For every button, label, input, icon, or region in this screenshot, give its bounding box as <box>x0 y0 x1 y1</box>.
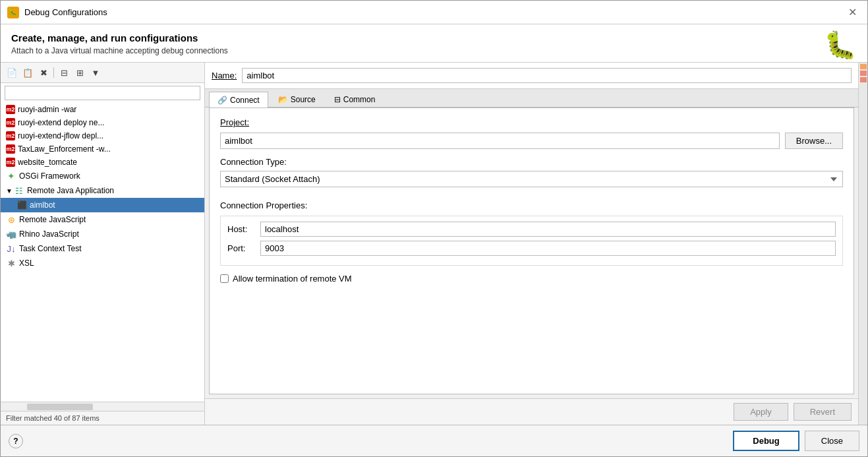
close-button[interactable]: Close <box>805 431 859 451</box>
allow-termination-label: Allow termination of remote VM <box>233 274 352 284</box>
name-row: Name: <box>205 63 858 89</box>
tab-connect[interactable]: 🔗 Connect <box>209 92 268 107</box>
task-icon: J↓ <box>6 243 16 254</box>
list-item[interactable]: m2 ruoyi-extend-jflow depl... <box>1 129 204 142</box>
header-title: Create, manage, and run configurations <box>11 32 857 44</box>
title-bar: 🐛 Debug Configurations ✕ <box>1 1 867 24</box>
tab-common-label: Common <box>343 95 376 104</box>
common-tab-icon: ⊟ <box>334 95 341 104</box>
title-bar-left: 🐛 Debug Configurations <box>7 7 107 18</box>
search-input[interactable] <box>5 86 200 100</box>
port-input[interactable] <box>260 241 836 256</box>
dialog-footer: ? Debug Close <box>1 425 867 456</box>
connection-type-section: Connection Type: Standard (Socket Attach… <box>220 157 843 195</box>
tabs-bar: 🔗 Connect 📂 Source ⊟ Common <box>205 89 858 107</box>
remote-javascript-item[interactable]: ⊛ Remote JavaScript <box>1 212 204 227</box>
header-section: Create, manage, and run configurations A… <box>1 24 867 63</box>
dialog-title: Debug Configurations <box>24 7 107 17</box>
tab-source-label: Source <box>291 95 316 104</box>
bug-decoration-icon: 🐛 <box>824 30 857 61</box>
main-content: 📄 📋 ✖ ⊟ ⊞ ▼ m2 ruoyi-admin -war m2 <box>1 63 867 425</box>
duplicate-config-button[interactable]: 📋 <box>20 65 35 80</box>
osgi-icon: ✦ <box>6 171 16 181</box>
list-item[interactable]: m2 website_tomcate <box>1 156 204 169</box>
tab-connect-label: Connect <box>230 96 260 105</box>
browse-button[interactable]: Browse... <box>785 133 843 149</box>
revert-button[interactable]: Revert <box>794 403 852 421</box>
apply-button[interactable]: Apply <box>734 403 788 421</box>
list-item[interactable]: m2 TaxLaw_Enforcement -w... <box>1 142 204 156</box>
close-window-button[interactable]: ✕ <box>844 5 861 20</box>
scrollbar-thumb[interactable] <box>27 404 93 410</box>
tab-common[interactable]: ⊟ Common <box>326 92 384 107</box>
m2-icon: m2 <box>6 131 15 140</box>
xsl-item[interactable]: ✱ XSL <box>1 256 204 270</box>
debug-button[interactable]: Debug <box>733 431 799 451</box>
remote-javascript-icon: ⊛ <box>6 214 16 225</box>
name-input[interactable] <box>242 68 852 83</box>
left-panel: 📄 📋 ✖ ⊟ ⊞ ▼ m2 ruoyi-admin -war m2 <box>1 63 205 425</box>
m2-icon: m2 <box>6 158 15 167</box>
project-row: Browse... <box>220 133 843 149</box>
port-row: Port: <box>227 241 836 256</box>
horizontal-scrollbar[interactable] <box>1 402 204 411</box>
search-box <box>5 86 200 100</box>
aimlbot-item[interactable]: ⬛ aimlbot <box>1 198 204 212</box>
allow-termination-checkbox[interactable] <box>220 274 229 283</box>
debug-configurations-dialog: 🐛 Debug Configurations ✕ Create, manage,… <box>0 0 868 457</box>
task-context-test-item[interactable]: J↓ Task Context Test <box>1 241 204 256</box>
toolbar-divider-1 <box>53 67 54 78</box>
project-section: Project: Browse... <box>220 117 843 149</box>
connection-props-fields: Host: Port: <box>220 216 843 266</box>
connection-type-label: Connection Type: <box>220 157 843 167</box>
edge-indicators <box>859 63 867 84</box>
list-item[interactable]: m2 ruoyi-extend deploy ne... <box>1 116 204 129</box>
host-label: Host: <box>227 224 260 234</box>
remote-java-application-item[interactable]: ▼ ☷ Remote Java Application <box>1 183 204 198</box>
connect-tab-icon: 🔗 <box>217 96 227 105</box>
right-panel: Name: 🔗 Connect 📂 Source ⊟ Common <box>205 63 858 425</box>
dialog-icon: 🐛 <box>7 7 19 18</box>
list-item[interactable]: m2 ruoyi-admin -war <box>1 103 204 116</box>
osgi-framework-item[interactable]: ✦ OSGi Framework <box>1 169 204 183</box>
m2-icon: m2 <box>6 144 15 154</box>
new-config-button[interactable]: 📄 <box>5 65 19 80</box>
edge-indicator <box>860 77 867 82</box>
project-input[interactable] <box>220 133 780 149</box>
filter-button[interactable]: ⊟ <box>57 65 71 80</box>
edge-indicator <box>860 64 867 69</box>
host-row: Host: <box>227 222 836 237</box>
header-subtitle: Attach to a Java virtual machine accepti… <box>11 46 857 55</box>
m2-icon: m2 <box>6 105 15 114</box>
dropdown-button[interactable]: ▼ <box>88 65 103 80</box>
name-label: Name: <box>212 71 237 80</box>
bottom-buttons: Apply Revert <box>205 398 858 425</box>
m2-icon: m2 <box>6 118 15 127</box>
tab-source[interactable]: 📂 Source <box>270 92 324 107</box>
collapse-button[interactable]: ⊞ <box>72 65 87 80</box>
help-button[interactable]: ? <box>9 434 23 448</box>
footer-right: Debug Close <box>733 431 859 451</box>
connection-props-label: Connection Properties: <box>220 200 843 210</box>
aimlbot-icon: ⬛ <box>16 200 27 210</box>
host-input[interactable] <box>260 222 836 237</box>
expand-arrow-icon: ▼ <box>6 187 13 195</box>
xsl-icon: ✱ <box>6 258 16 268</box>
config-content: Project: Browse... Connection Type: Stan… <box>209 107 854 394</box>
remote-java-icon: ☷ <box>14 185 24 196</box>
right-edge-panel <box>858 63 867 425</box>
footer-left: ? <box>9 434 23 448</box>
source-tab-icon: 📂 <box>278 95 288 104</box>
connection-type-select[interactable]: Standard (Socket Attach) Standard (Socke… <box>220 171 843 187</box>
edge-indicator <box>860 71 867 76</box>
port-label: Port: <box>227 243 260 253</box>
rhino-javascript-icon: 🦏 <box>6 229 16 239</box>
connection-properties-section: Connection Properties: Host: Port: <box>220 200 843 284</box>
left-toolbar: 📄 📋 ✖ ⊟ ⊞ ▼ <box>1 63 204 83</box>
rhino-javascript-item[interactable]: 🦏 Rhino JavaScript <box>1 227 204 241</box>
delete-config-button[interactable]: ✖ <box>36 65 51 80</box>
filter-status: Filter matched 40 of 87 items <box>1 411 204 425</box>
project-label: Project: <box>220 117 843 127</box>
config-tree: m2 ruoyi-admin -war m2 ruoyi-extend depl… <box>1 103 204 402</box>
allow-termination-row: Allow termination of remote VM <box>220 274 843 284</box>
